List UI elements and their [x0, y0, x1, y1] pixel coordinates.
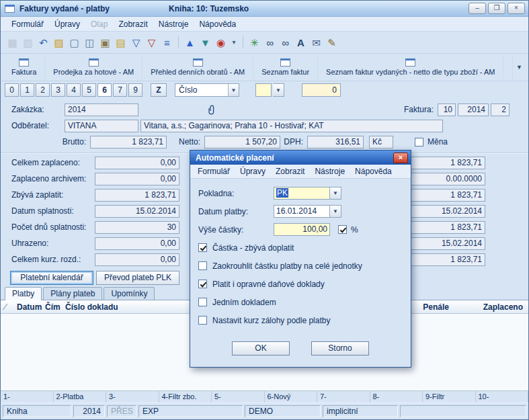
chevron-down-icon[interactable]: ▼ [330, 187, 341, 200]
faktura-year-field[interactable]: 2014 [458, 103, 489, 116]
replace-icon[interactable]: A [295, 38, 307, 48]
action-prodejka[interactable]: Prodejka za hotové - AM [45, 55, 143, 79]
dialog-menu-formular[interactable]: Formulář [198, 167, 230, 176]
column-cim[interactable]: Čím [45, 302, 65, 312]
payment-right-field[interactable]: 1 823,71 [405, 221, 485, 234]
sort-combobox[interactable]: Číslo ▼ [175, 83, 239, 97]
currency-field[interactable]: Kč [369, 136, 393, 149]
dialog-close-button[interactable]: × [393, 153, 408, 163]
filter-icon[interactable]: ▽ [130, 38, 142, 48]
payment-row-field[interactable]: 30 [95, 221, 179, 234]
z-button[interactable]: Z [151, 83, 167, 97]
menu-formular[interactable]: Formulář [6, 18, 49, 30]
fkey-1[interactable]: 1- [1, 391, 54, 403]
payment-row-field[interactable]: 0,00 [95, 237, 179, 250]
mena-checkbox[interactable] [415, 138, 423, 146]
prevod-plateb-button[interactable]: Převod plateb PLK [96, 271, 179, 285]
tab-platby[interactable]: Platby [5, 287, 42, 300]
dialog-menu-upravy[interactable]: Úpravy [240, 167, 266, 176]
fkey-2[interactable]: 2-Platba [54, 391, 107, 403]
payment-right-field[interactable]: 0.00.0000 [405, 173, 485, 185]
odberatel-name-field[interactable]: Vitana, a.s.; Gagarinova; Praha 10 - Hos… [140, 120, 443, 132]
payment-right-field[interactable]: 1 823,71 [405, 189, 485, 202]
storno-button[interactable]: Storno [311, 341, 369, 355]
book-tab-1[interactable]: 1 [20, 83, 34, 97]
copy-icon[interactable]: ◫ [84, 38, 95, 48]
dialog-menu-napoveda[interactable]: Nápověda [355, 167, 392, 176]
tab-upominky[interactable]: Upomínky [104, 287, 155, 300]
ok-button[interactable]: OK [232, 341, 290, 355]
brutto-field[interactable]: 1 823,71 [90, 136, 167, 149]
netto-field[interactable]: 1 507,20 [204, 136, 280, 149]
action-faktura[interactable]: Faktura [3, 55, 45, 79]
castka-zbyva-checkbox[interactable] [198, 243, 207, 252]
zaokrouhlit-checkbox[interactable] [198, 261, 207, 270]
jednim-dokladem-checkbox[interactable] [198, 298, 207, 306]
fkey-7[interactable]: 7- [317, 391, 370, 403]
paste-icon[interactable]: ▣ [99, 38, 111, 48]
odberatel-code-field[interactable]: VITANA [65, 120, 138, 132]
book-tab-4[interactable]: 4 [67, 83, 81, 97]
book-tab-6[interactable]: 6 [97, 83, 112, 97]
dph-field[interactable]: 316,51 [307, 136, 364, 149]
undo-icon[interactable]: ↶ [38, 38, 49, 48]
quick-filter-input[interactable] [255, 83, 272, 97]
book-tab-2[interactable]: 2 [36, 83, 50, 97]
payment-row-field[interactable]: 0,00 [95, 253, 179, 266]
faktura-number-field[interactable]: 2 [491, 103, 510, 116]
percent-checkbox[interactable] [338, 225, 347, 234]
maximize-button[interactable]: ❐ [488, 3, 505, 14]
datum-platby-field[interactable]: 16.01.2014 [274, 205, 330, 218]
chevron-down-icon[interactable]: ▼ [273, 83, 284, 97]
chevron-down-icon[interactable]: ▼ [330, 205, 341, 218]
layers-icon[interactable]: ≡ [161, 38, 173, 48]
platebni-kalendar-button[interactable]: Platební kalendář [10, 271, 93, 285]
payment-right-field[interactable]: 15.02.2014 [405, 237, 485, 250]
chevron-down-icon[interactable]: ▼ [228, 84, 239, 96]
menu-zobrazit[interactable]: Zobrazit [113, 18, 153, 30]
fkey-8[interactable]: 8- [370, 391, 423, 403]
paperclip-icon[interactable] [206, 103, 218, 116]
payment-row-field[interactable]: 0,00 [95, 157, 179, 169]
book-tab-9[interactable]: 9 [128, 83, 143, 97]
column-datum[interactable]: Datum [17, 302, 45, 312]
refresh-icon[interactable]: ✳ [249, 38, 260, 48]
arrow-up-icon[interactable]: ▲ [184, 38, 196, 48]
search-icon[interactable]: ∞ [264, 38, 276, 48]
fkey-10[interactable]: 10- [476, 391, 529, 403]
book-tab-3[interactable]: 3 [51, 83, 65, 97]
book-tab-7[interactable]: 7 [113, 83, 127, 97]
vyse-castky-field[interactable]: 100,00 [274, 223, 330, 236]
arrow-down-icon[interactable]: ▼ [200, 38, 211, 48]
payment-right-field[interactable]: 1 823,71 [405, 253, 485, 266]
chevron-down-icon[interactable]: ▼ [512, 55, 526, 79]
new-document-icon[interactable]: ▢ [69, 38, 80, 48]
dialog-menu-zobrazit[interactable]: Zobrazit [276, 167, 304, 176]
fkey-6[interactable]: 6-Nový [265, 391, 318, 403]
action-seznam-faktur[interactable]: Seznam faktur [253, 55, 318, 79]
column-zaplaceno[interactable]: Zaplaceno [449, 302, 523, 312]
zakazka-field[interactable]: 2014 [65, 103, 138, 116]
more-arrow-icon[interactable]: ▾ [231, 39, 237, 46]
close-button[interactable]: × [507, 3, 525, 14]
filter-advanced-icon[interactable]: ▽ [146, 38, 157, 48]
action-seznam-netto[interactable]: Seznam faktur vydaných - netto dle typu … [318, 55, 503, 79]
menu-nastroje[interactable]: Nástroje [153, 18, 194, 30]
book-tab-5[interactable]: 5 [82, 83, 96, 97]
save-icon[interactable]: ▦ [7, 38, 18, 48]
fkey-3[interactable]: 3- [106, 391, 159, 403]
platit-opravne-checkbox[interactable] [198, 280, 207, 288]
nastavit-kurz-checkbox[interactable] [198, 316, 207, 325]
payment-right-field[interactable]: 15.02.2014 [405, 205, 485, 218]
menu-napoveda[interactable]: Nápověda [194, 18, 241, 30]
minimize-button[interactable]: – [469, 3, 486, 14]
mail-icon[interactable]: ✉ [311, 38, 322, 48]
action-prehled-obratu[interactable]: Přehled denních obratů - AM [143, 55, 253, 79]
payment-row-field[interactable]: 0,00 [95, 173, 179, 185]
payment-row-field[interactable]: 1 823,71 [95, 189, 179, 202]
payment-right-field[interactable]: 1 823,71 [405, 157, 485, 169]
notes-icon[interactable]: ▤ [115, 38, 126, 48]
dialog-menu-nastroje[interactable]: Nástroje [315, 167, 345, 176]
menu-upravy[interactable]: Úpravy [49, 18, 85, 30]
open-folder-icon[interactable]: ▨ [53, 38, 65, 48]
